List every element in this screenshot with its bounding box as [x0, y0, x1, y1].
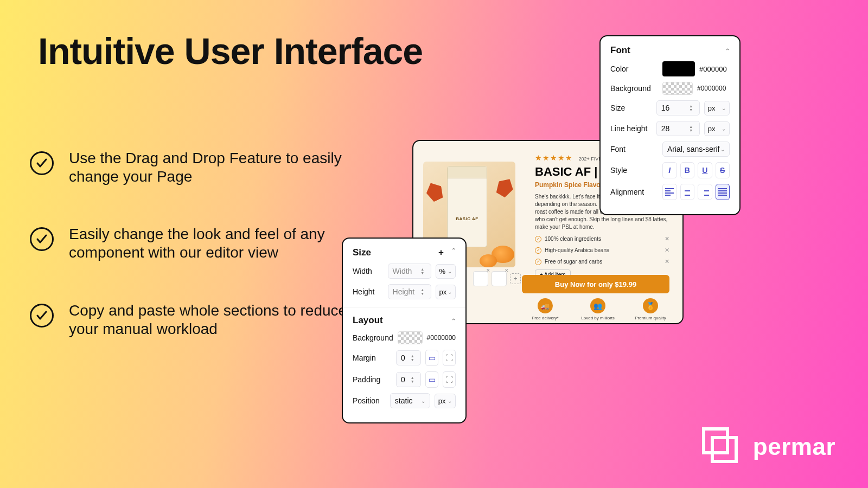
bullet-text: Use the Drag and Drop Feature to easily … — [69, 149, 355, 186]
close-icon[interactable]: ✕ — [665, 235, 669, 242]
expand-icon[interactable]: ⛶ — [443, 350, 456, 366]
padding-row: Padding 0▲▼ ▭ ⛶ — [353, 371, 456, 388]
align-center-button[interactable] — [680, 184, 695, 200]
size-title: Size — [353, 247, 371, 258]
height-label: Height — [353, 287, 384, 296]
chevron-down-icon: ⌄ — [448, 398, 452, 404]
brand-name: permar — [753, 433, 835, 460]
box-icon[interactable]: ▭ — [425, 371, 438, 388]
background-swatch[interactable] — [398, 331, 423, 344]
font-size-label: Size — [610, 104, 652, 112]
size-section-header[interactable]: Size +⌃ — [353, 247, 456, 258]
chevron-down-icon: ⌄ — [722, 105, 726, 111]
font-background-hex: #0000000 — [697, 85, 726, 92]
feature-text: High-quality Arabica beans — [545, 247, 609, 253]
buy-button[interactable]: Buy Now for only $19.99 — [522, 275, 669, 293]
color-row: Color #000000 — [610, 61, 730, 76]
check-icon — [30, 227, 54, 251]
lineheight-unit-select[interactable]: px⌄ — [704, 121, 730, 136]
feature-item: ✓High-quality Arabica beans✕ — [535, 247, 669, 254]
font-size-row: Size 16▲▼ px⌄ — [610, 100, 730, 115]
thumbnail[interactable]: ✕ — [492, 271, 507, 286]
layout-title: Layout — [353, 315, 383, 326]
align-justify-button[interactable] — [716, 184, 730, 200]
margin-row: Margin 0▲▼ ▭ ⛶ — [353, 350, 456, 366]
feature-text: Free of sugar and carbs — [545, 259, 602, 265]
lineheight-input[interactable]: 28▲▼ — [656, 121, 700, 136]
product-bag: BASIC AF — [447, 166, 487, 247]
chevron-up-icon[interactable]: ⌃ — [725, 48, 730, 54]
size-layout-panel: Size +⌃ Width Width▲▼ %⌄ Height Height▲▼… — [342, 237, 467, 423]
position-row: Position static⌄ px⌄ — [353, 393, 456, 408]
strikethrough-button[interactable]: S — [716, 162, 730, 178]
chevron-up-icon[interactable]: ⌃ — [451, 247, 456, 258]
plus-icon[interactable]: + — [438, 247, 444, 258]
pumpkin-icon — [480, 254, 497, 267]
position-select[interactable]: static⌄ — [390, 393, 430, 408]
position-unit-select[interactable]: px⌄ — [435, 394, 456, 408]
people-icon: 👥 — [590, 298, 605, 313]
width-row: Width Width▲▼ %⌄ — [353, 264, 456, 279]
add-thumbnail-button[interactable]: + — [510, 273, 521, 284]
star-icon: ★★★★★ — [535, 153, 573, 162]
italic-button[interactable]: I — [662, 162, 677, 178]
expand-icon[interactable]: ⛶ — [443, 371, 456, 388]
close-icon[interactable]: ✕ — [486, 268, 490, 273]
background-label: Background — [353, 333, 393, 342]
thumbnail-row: ✕ ✕ + — [473, 271, 521, 286]
padding-input[interactable]: 0▲▼ — [396, 372, 421, 387]
feature-item: ✓Free of sugar and carbs✕ — [535, 258, 669, 265]
underline-button[interactable]: U — [698, 162, 712, 178]
style-row: Style I B U S — [610, 162, 730, 178]
background-row: Background #0000000 — [353, 331, 456, 344]
alignment-row: Alignment — [610, 184, 730, 200]
color-label: Color — [610, 65, 658, 73]
badge-item: 👥Loved by millions — [579, 298, 617, 320]
color-hex: #000000 — [699, 65, 727, 73]
box-icon[interactable]: ▭ — [425, 350, 438, 366]
margin-input[interactable]: 0▲▼ — [396, 350, 421, 365]
height-input[interactable]: Height▲▼ — [388, 284, 431, 299]
bullet-item: Easily change the look and feel of any c… — [30, 225, 355, 262]
chevron-down-icon: ⌄ — [448, 289, 452, 295]
close-icon[interactable]: ✕ — [665, 247, 669, 254]
alignment-label: Alignment — [610, 188, 658, 196]
font-family-label: Font — [610, 145, 658, 153]
color-swatch[interactable] — [662, 61, 695, 76]
bold-button[interactable]: B — [680, 162, 695, 178]
background-hex: #0000000 — [427, 334, 456, 342]
badge-item: 🏅Premium quality — [631, 298, 669, 320]
bullet-text: Easily change the look and feel of any c… — [69, 225, 355, 262]
bullet-list: Use the Drag and Drop Feature to easily … — [30, 149, 355, 377]
feature-item: ✓100% clean ingredients✕ — [535, 235, 669, 242]
check-icon: ✓ — [535, 247, 541, 254]
check-icon: ✓ — [535, 236, 541, 242]
bullet-text: Copy and paste whole sections to reduce … — [69, 301, 355, 338]
layout-section-header[interactable]: Layout ⌃ — [353, 315, 456, 326]
thumbnail[interactable]: ✕ — [473, 271, 488, 286]
style-label: Style — [610, 166, 658, 175]
check-icon — [30, 304, 54, 328]
padding-label: Padding — [353, 375, 392, 384]
align-right-button[interactable] — [698, 184, 712, 200]
bag-label: BASIC AF — [448, 216, 487, 221]
badge-item: 🚚Free delivery* — [526, 298, 564, 320]
award-icon: 🏅 — [643, 298, 658, 313]
font-size-input[interactable]: 16▲▼ — [656, 100, 700, 115]
font-title: Font — [610, 45, 630, 56]
font-size-unit-select[interactable]: px⌄ — [704, 101, 730, 115]
width-input[interactable]: Width▲▼ — [388, 264, 431, 279]
font-family-select[interactable]: Arial, sans-serif⌄ — [662, 142, 730, 157]
font-background-swatch[interactable] — [662, 82, 693, 95]
close-icon[interactable]: ✕ — [665, 258, 669, 265]
check-icon — [30, 151, 54, 175]
chevron-up-icon[interactable]: ⌃ — [451, 318, 456, 324]
close-icon[interactable]: ✕ — [505, 268, 509, 273]
font-family-row: Font Arial, sans-serif⌄ — [610, 142, 730, 157]
margin-label: Margin — [353, 354, 392, 362]
height-unit-select[interactable]: px⌄ — [436, 285, 456, 299]
width-unit-select[interactable]: %⌄ — [436, 264, 456, 279]
font-section-header[interactable]: Font ⌃ — [610, 45, 730, 56]
align-left-button[interactable] — [662, 184, 677, 200]
lineheight-row: Line height 28▲▼ px⌄ — [610, 121, 730, 136]
